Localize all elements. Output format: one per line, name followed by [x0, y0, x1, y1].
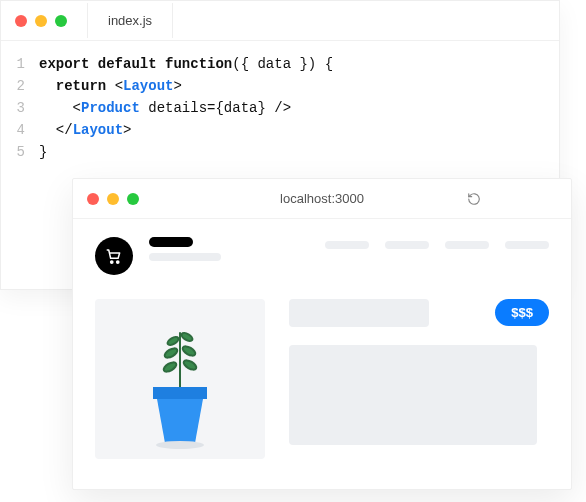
code-text[interactable]: export default function({ data }) {	[39, 53, 333, 75]
product-image	[95, 299, 265, 459]
editor-tab[interactable]: index.js	[87, 3, 173, 38]
line-number: 1	[1, 53, 39, 75]
code-text[interactable]: return <Layout>	[39, 75, 182, 97]
code-line: 4 </Layout>	[1, 119, 559, 141]
price-badge[interactable]: $$$	[495, 299, 549, 326]
line-number: 4	[1, 119, 39, 141]
close-dot[interactable]	[15, 15, 27, 27]
svg-point-5	[181, 344, 197, 357]
svg-rect-8	[153, 387, 207, 399]
browser-traffic-lights	[87, 193, 139, 205]
minimize-dot[interactable]	[35, 15, 47, 27]
reload-icon[interactable]	[467, 192, 481, 206]
code-line: 3 <Product details={data} />	[1, 97, 559, 119]
svg-point-2	[166, 335, 179, 346]
svg-point-9	[156, 441, 204, 449]
site-title-placeholder	[149, 237, 193, 247]
minimize-dot[interactable]	[107, 193, 119, 205]
svg-point-0	[111, 261, 113, 263]
page-content: $$$	[73, 219, 571, 477]
nav-item[interactable]	[505, 241, 549, 249]
product-description-placeholder	[289, 345, 537, 445]
code-text[interactable]: </Layout>	[39, 119, 131, 141]
browser-window: localhost:3000	[72, 178, 572, 490]
product-details: $$$	[289, 299, 549, 459]
nav-links	[325, 237, 549, 249]
code-text[interactable]: }	[39, 141, 47, 163]
close-dot[interactable]	[87, 193, 99, 205]
editor-titlebar: index.js	[1, 1, 559, 41]
svg-point-4	[163, 346, 179, 359]
line-number: 3	[1, 97, 39, 119]
address-bar[interactable]: localhost:3000	[280, 191, 364, 206]
nav-item[interactable]	[385, 241, 429, 249]
line-number: 5	[1, 141, 39, 163]
site-subtitle-placeholder	[149, 253, 221, 261]
page-header	[95, 237, 549, 275]
zoom-dot[interactable]	[127, 193, 139, 205]
code-line: 5}	[1, 141, 559, 163]
svg-point-1	[117, 261, 119, 263]
svg-point-7	[182, 358, 198, 371]
zoom-dot[interactable]	[55, 15, 67, 27]
code-line: 2 return <Layout>	[1, 75, 559, 97]
code-text[interactable]: <Product details={data} />	[39, 97, 291, 119]
plant-pot-illustration	[145, 331, 215, 451]
product-title-placeholder	[289, 299, 429, 327]
line-number: 2	[1, 75, 39, 97]
cart-icon[interactable]	[95, 237, 133, 275]
svg-point-3	[180, 331, 193, 342]
product-row: $$$	[95, 299, 549, 459]
nav-item[interactable]	[445, 241, 489, 249]
site-title-block	[149, 237, 221, 261]
code-line: 1export default function({ data }) {	[1, 53, 559, 75]
nav-item[interactable]	[325, 241, 369, 249]
editor-traffic-lights	[15, 15, 67, 27]
code-area[interactable]: 1export default function({ data }) {2 re…	[1, 41, 559, 163]
svg-point-6	[162, 360, 178, 373]
browser-titlebar: localhost:3000	[73, 179, 571, 219]
